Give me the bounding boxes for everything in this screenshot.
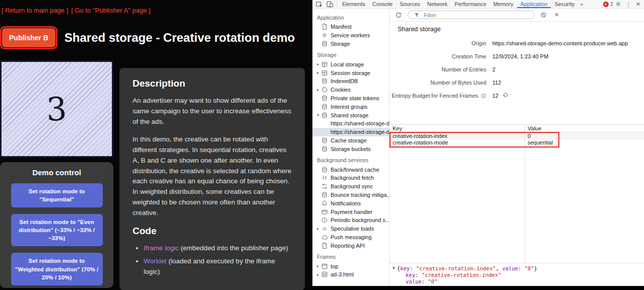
- top-link-go-to-publisher-a-page[interactable]: [ Go to "Publisher A" page ]: [71, 7, 150, 14]
- reset-budget-icon[interactable]: [502, 93, 508, 99]
- sidebar-item-manifest[interactable]: Manifest: [312, 23, 389, 31]
- tab-network[interactable]: Network: [424, 0, 451, 8]
- tab-application[interactable]: Application: [517, 0, 551, 8]
- sidebar-item-session-storage[interactable]: ▸Session storage: [312, 68, 389, 77]
- filter-input[interactable]: [424, 12, 530, 18]
- demo-button-3[interactable]: Set rotation mode to "Weighted distribut…: [11, 253, 103, 285]
- sidebar-item-storage-buckets[interactable]: Storage buckets: [312, 144, 389, 153]
- db-icon: [320, 40, 329, 47]
- sidebar-item-reporting-api[interactable]: Reporting API: [312, 241, 389, 250]
- tab-memory[interactable]: Memory: [490, 0, 517, 8]
- db-icon: [320, 146, 329, 153]
- table-body: creative-rotation-index0creative-rotatio…: [390, 132, 644, 146]
- disclosure-triangle-icon[interactable]: ▼: [393, 266, 395, 270]
- sidebar-item-https-shared-storage-d[interactable]: https://shared-storage-d...: [312, 128, 389, 136]
- sidebar-item-private-state-tokens[interactable]: Private state tokens: [312, 94, 389, 103]
- sidebar-item-periodic-background-s[interactable]: Periodic background s...: [312, 216, 389, 225]
- punctuation: :: [410, 265, 416, 271]
- top-link-return-to-main-page[interactable]: [ Return to main page ]: [2, 7, 68, 14]
- page-content: 3 Demo control Set rotation mode to "Seq…: [0, 60, 312, 290]
- sidebar-item-background-fetch[interactable]: Background fetch: [312, 174, 389, 182]
- sidebar-item-label: Cookies: [331, 87, 351, 93]
- code-link-worklet[interactable]: Worklet: [144, 257, 167, 265]
- value-cell[interactable]: 0: [525, 132, 644, 139]
- more-tabs-chevron-icon[interactable]: »: [578, 1, 585, 7]
- refresh-icon[interactable]: [394, 12, 404, 19]
- sidebar-item-interest-groups[interactable]: Interest groups: [312, 102, 389, 111]
- sidebar-item-local-storage[interactable]: ▸Local storage: [312, 60, 389, 68]
- punctuation: :: [415, 272, 422, 278]
- demo-button-1[interactable]: Set rotation mode to "Sequential": [11, 183, 103, 207]
- sidebar-item-notifications[interactable]: Notifications: [312, 199, 389, 207]
- column-header-value[interactable]: Value: [525, 125, 644, 132]
- code-heading: Code: [133, 226, 292, 237]
- sidebar-item-service-workers[interactable]: Service workers: [312, 31, 389, 40]
- sidebar-item-cookies[interactable]: ▸Cookies: [312, 86, 389, 94]
- preview-children: key: "creative-rotation-index"value: "0": [393, 271, 644, 284]
- error-count-badge[interactable]: ✕ 2: [603, 1, 613, 7]
- expand-arrow-icon[interactable]: ▸: [315, 88, 320, 92]
- tab-sources[interactable]: Sources: [396, 0, 423, 8]
- cloud-icon: [320, 234, 329, 241]
- db-icon: [320, 103, 329, 110]
- description-heading: Description: [133, 78, 292, 89]
- creative-number: 3: [46, 90, 68, 128]
- sidebar-item-https-shared-storage-d[interactable]: https://shared-storage-d...: [312, 119, 389, 128]
- code-item-text: (embedded into the publisher page): [179, 244, 288, 252]
- block-icon[interactable]: [539, 12, 548, 18]
- expand-arrow-icon[interactable]: ▸: [315, 264, 320, 268]
- field-row-number-of-entries: Number of Entries2: [390, 63, 644, 76]
- preview-key: value: [502, 265, 518, 271]
- preview-summary[interactable]: ▼{key: "creative-rotation-index", value:…: [393, 265, 644, 271]
- sidebar-item-shared-storage[interactable]: ▾Shared storage: [312, 111, 389, 119]
- demo-control-panel: Demo control Set rotation mode to "Seque…: [0, 162, 113, 288]
- clear-icon[interactable]: ✕: [552, 12, 561, 18]
- error-icon: ✕: [603, 2, 609, 7]
- sidebar-item-bounce-tracking-mitiga[interactable]: Bounce tracking mitiga...: [312, 191, 389, 199]
- publisher-b-button[interactable]: Publisher B: [2, 28, 55, 47]
- table-row[interactable]: creative-rotation-modesequential: [390, 139, 644, 147]
- sidebar-item-storage[interactable]: Storage: [312, 40, 389, 48]
- settings-gear-icon[interactable]: [613, 1, 623, 8]
- key-cell[interactable]: creative-rotation-index: [390, 132, 525, 139]
- expand-arrow-icon[interactable]: ▸: [315, 70, 320, 75]
- kebab-menu-icon[interactable]: ⋮: [623, 1, 634, 8]
- demo-button-2[interactable]: Set rotation mode to "Even distribution"…: [11, 214, 103, 246]
- field-value: 12/9/2024, 1:23:40 PM: [492, 53, 548, 59]
- column-header-key[interactable]: Key: [390, 125, 525, 132]
- sidebar-item-top[interactable]: ▸top: [312, 262, 389, 270]
- inspect-icon[interactable]: [314, 1, 325, 8]
- sidebar-item-back-forward-cache[interactable]: Back/forward cache: [312, 165, 389, 174]
- collapse-arrow-icon[interactable]: ▾: [315, 113, 320, 117]
- close-devtools-icon[interactable]: ✕: [634, 1, 642, 8]
- field-row-creation-time: Creation Time12/9/2024, 1:23:40 PM: [390, 50, 644, 63]
- sidebar-item-ad-3-html[interactable]: ▸ad-3.html: [312, 270, 389, 279]
- info-icon[interactable]: [481, 93, 486, 99]
- sidebar-item-indexeddb[interactable]: IndexedDB: [312, 77, 389, 86]
- preview-value: "0": [428, 278, 437, 284]
- page-header: Publisher B Shared storage - Creative ro…: [0, 26, 312, 49]
- sidebar-item-cache-storage[interactable]: Cache storage: [312, 136, 389, 145]
- expand-arrow-icon[interactable]: ▸: [315, 227, 320, 231]
- sidebar-item-background-sync[interactable]: Background sync: [312, 182, 389, 191]
- tab-console[interactable]: Console: [369, 0, 396, 8]
- key-cell[interactable]: creative-rotation-mode: [390, 139, 525, 146]
- device-toolbar-icon[interactable]: [325, 1, 335, 8]
- sidebar-section-storage: Storage: [312, 48, 389, 60]
- table-row[interactable]: creative-rotation-index0: [390, 132, 644, 139]
- expand-arrow-icon[interactable]: ▸: [315, 62, 320, 66]
- tab-performance[interactable]: Performance: [451, 0, 490, 8]
- code-link-iframe-logic[interactable]: Iframe logic: [144, 244, 179, 252]
- sidebar-item-payment-handler[interactable]: Payment handler: [312, 207, 389, 216]
- sidebar-item-speculative-loads[interactable]: ▸Speculative loads: [312, 225, 389, 233]
- sidebar-item-label: Reporting API: [331, 243, 365, 249]
- preview-value: "0": [525, 265, 534, 271]
- sidebar-item-push-messaging[interactable]: Push messaging: [312, 233, 389, 242]
- filter-funnel-icon: [412, 12, 421, 18]
- value-cell[interactable]: sequential: [525, 139, 644, 146]
- expand-arrow-icon[interactable]: ▸: [315, 272, 320, 277]
- tab-elements[interactable]: Elements: [339, 0, 369, 8]
- divider: [337, 1, 337, 7]
- tab-security[interactable]: Security: [551, 0, 578, 8]
- filter-box[interactable]: [408, 11, 535, 19]
